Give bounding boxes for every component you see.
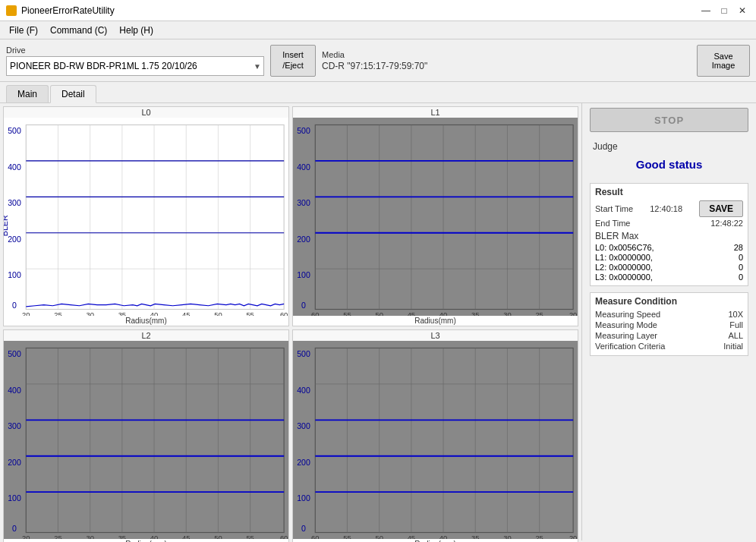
svg-text:25: 25: [54, 534, 61, 539]
svg-text:500: 500: [297, 126, 310, 135]
bler-row-l0: L0: 0x0056C76, 28: [595, 243, 743, 252]
verification-criteria-label: Verification Criteria: [595, 342, 665, 351]
tabs: Main Detail: [0, 82, 756, 103]
result-title: Result: [595, 187, 743, 197]
measure-layer-row: Measuring Layer ALL: [595, 331, 743, 340]
bler-l1-key: L1: 0x0000000,: [595, 253, 653, 262]
chart-l3: L3 500 400 300 200 100 0: [292, 329, 578, 542]
title-bar-controls: — □ ✕: [698, 3, 750, 18]
svg-text:400: 400: [8, 162, 21, 172]
svg-text:300: 300: [8, 198, 21, 207]
svg-text:100: 100: [8, 270, 21, 279]
svg-text:20: 20: [22, 310, 30, 316]
svg-text:200: 200: [297, 457, 310, 466]
insert-eject-button[interactable]: Insert/Eject: [270, 45, 316, 77]
svg-text:0: 0: [12, 524, 17, 533]
svg-text:35: 35: [471, 310, 479, 316]
svg-rect-67: [26, 348, 284, 532]
svg-text:60: 60: [311, 310, 319, 316]
svg-text:20: 20: [22, 534, 30, 539]
svg-text:400: 400: [297, 386, 310, 395]
bler-row-l1: L1: 0x0000000, 0: [595, 253, 743, 262]
svg-text:500: 500: [8, 126, 21, 135]
measuring-speed-value: 10X: [728, 310, 743, 319]
svg-text:50: 50: [375, 534, 383, 539]
menu-bar: File (F) Command (C) Help (H): [0, 21, 756, 39]
chart-l0-title: L0: [4, 107, 288, 118]
svg-text:BLER: BLER: [4, 215, 9, 236]
svg-text:25: 25: [54, 310, 61, 316]
svg-text:30: 30: [503, 534, 511, 539]
media-value: CD-R "97:15:17-79:59:70": [322, 61, 691, 71]
svg-text:40: 40: [150, 534, 158, 539]
svg-text:25: 25: [535, 310, 543, 316]
chart-l3-title: L3: [293, 330, 578, 341]
title-bar-left: PioneerErrorRateUtility: [6, 5, 115, 16]
save-image-button[interactable]: SaveImage: [697, 45, 750, 77]
svg-rect-37: [315, 124, 573, 309]
measure-condition-title: Measure Condition: [595, 296, 743, 307]
app-title: PioneerErrorRateUtility: [21, 5, 115, 16]
judge-status: Good status: [593, 155, 745, 174]
measuring-mode-label: Measuring Mode: [595, 320, 657, 329]
svg-text:60: 60: [280, 534, 288, 539]
svg-text:60: 60: [280, 310, 288, 316]
bler-l2-val: 0: [739, 263, 743, 272]
bler-max-title: BLER Max: [595, 231, 743, 241]
svg-text:100: 100: [297, 270, 310, 279]
measure-speed-row: Measuring Speed 10X: [595, 310, 743, 319]
tab-detail[interactable]: Detail: [50, 85, 96, 103]
svg-text:45: 45: [408, 310, 415, 316]
chart-l2: L2 500 400 300 200 100 0: [3, 329, 289, 542]
svg-text:500: 500: [297, 349, 310, 358]
svg-text:40: 40: [439, 310, 447, 316]
menu-command[interactable]: Command (C): [44, 24, 113, 37]
bler-l1-val: 0: [739, 253, 743, 262]
menu-file[interactable]: File (F): [3, 24, 44, 37]
bler-row-l3: L3: 0x0000000, 0: [595, 273, 743, 282]
close-button[interactable]: ✕: [735, 3, 750, 18]
svg-text:45: 45: [408, 534, 415, 539]
svg-text:50: 50: [375, 310, 383, 316]
svg-rect-7: [26, 124, 284, 309]
chart-l1-svg: 500 400 300 200 100 0: [293, 118, 578, 316]
bler-l3-key: L3: 0x0000000,: [595, 273, 653, 282]
chart-l0-svg: 500 400 300 200 100 0 BLER: [4, 118, 288, 316]
drive-label: Drive: [6, 46, 264, 55]
svg-text:25: 25: [535, 534, 543, 539]
measure-mode-row: Measuring Mode Full: [595, 320, 743, 329]
measuring-mode-value: Full: [729, 320, 743, 329]
svg-text:35: 35: [118, 310, 126, 316]
maximize-button[interactable]: □: [717, 3, 732, 18]
svg-text:200: 200: [8, 457, 21, 466]
svg-text:50: 50: [214, 310, 222, 316]
save-result-button[interactable]: SAVE: [699, 200, 743, 217]
start-time-label: Start Time: [595, 204, 633, 213]
drive-select[interactable]: PIONEER BD-RW BDR-PR1ML 1.75 20/10/26: [6, 56, 264, 76]
svg-text:55: 55: [246, 534, 254, 539]
drive-select-wrapper: PIONEER BD-RW BDR-PR1ML 1.75 20/10/26: [6, 56, 264, 76]
chart-l3-svg: 500 400 300 200 100 0: [293, 341, 578, 539]
tab-main[interactable]: Main: [6, 85, 49, 102]
svg-text:200: 200: [8, 235, 21, 244]
svg-text:300: 300: [8, 421, 21, 430]
svg-text:400: 400: [297, 162, 310, 172]
svg-text:100: 100: [297, 493, 310, 503]
svg-text:55: 55: [343, 310, 351, 316]
charts-area: L0 500 400 300 200 100 0 BLER: [0, 103, 581, 540]
toolbar: Drive PIONEER BD-RW BDR-PR1ML 1.75 20/10…: [0, 39, 756, 82]
svg-text:35: 35: [118, 534, 126, 539]
result-start-time-row: Start Time 12:40:18 SAVE: [595, 200, 743, 217]
judge-label: Judge: [593, 141, 745, 152]
minimize-button[interactable]: —: [698, 3, 713, 18]
svg-text:30: 30: [86, 534, 93, 539]
svg-text:300: 300: [297, 198, 310, 207]
bler-l0-key: L0: 0x0056C76,: [595, 243, 654, 252]
chart-l0: L0 500 400 300 200 100 0 BLER: [3, 106, 289, 326]
menu-help[interactable]: Help (H): [113, 24, 159, 37]
stop-button[interactable]: STOP: [590, 108, 748, 132]
measuring-speed-label: Measuring Speed: [595, 310, 660, 319]
chart-l3-body: 500 400 300 200 100 0: [293, 341, 578, 539]
chart-l3-xlabel: Radius(mm): [293, 539, 578, 542]
chart-l2-svg: 500 400 300 200 100 0: [4, 341, 288, 539]
